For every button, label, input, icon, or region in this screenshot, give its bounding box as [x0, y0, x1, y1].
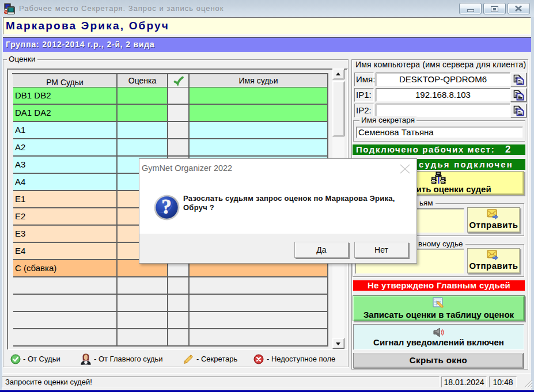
svg-text:?: ?	[161, 196, 172, 218]
